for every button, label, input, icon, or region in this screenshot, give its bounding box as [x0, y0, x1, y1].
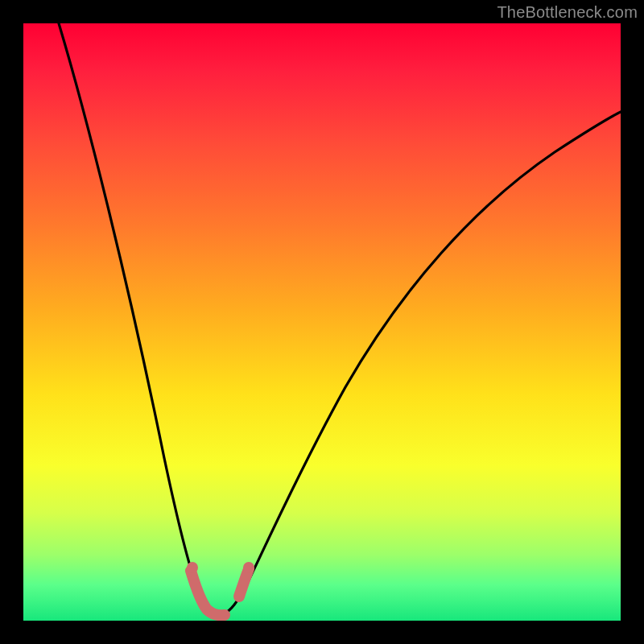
watermark-text: TheBottleneck.com — [497, 3, 638, 22]
highlight-dot-1 — [187, 562, 198, 573]
highlight-left — [191, 571, 225, 615]
bottleneck-curve — [23, 23, 621, 621]
highlight-right — [239, 569, 249, 597]
highlight-dot-2 — [243, 562, 254, 573]
chart-frame: TheBottleneck.com — [0, 0, 644, 644]
curve-main — [59, 23, 621, 614]
plot-area — [23, 23, 621, 621]
